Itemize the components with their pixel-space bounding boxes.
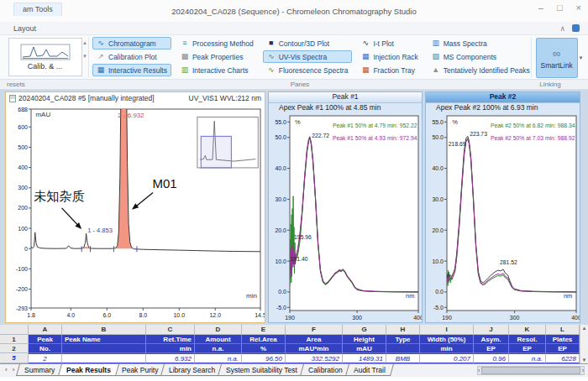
column-letter-c[interactable]: C [146, 325, 195, 335]
hscroll-right-icon[interactable]: › [582, 368, 584, 373]
table-vertical-scrollbar[interactable]: ▲ ▼ [580, 325, 588, 363]
table-header-cell[interactable]: Ret.Time [146, 335, 195, 344]
table-data-cell[interactable] [62, 353, 146, 363]
column-letter-l[interactable]: L [546, 325, 580, 335]
scroll-down-icon[interactable]: ▼ [582, 358, 587, 363]
column-letter-d[interactable]: D [195, 325, 242, 335]
chromatogram-panel[interactable]: 20240204_CA028 #5 [manually integrated] … [5, 91, 265, 323]
row-number-1[interactable]: 1 [0, 335, 29, 344]
table-header-cell[interactable]: Width (50%) [420, 335, 474, 344]
table-header-cell[interactable]: Peak [29, 335, 62, 344]
table-data-cell[interactable]: BMB [386, 353, 420, 363]
preset-scroll-down-icon[interactable]: ▼ [82, 54, 87, 59]
peak2-panel[interactable]: Peak #2 Apex Peak #2 100% at 6.93 min 55… [425, 91, 580, 323]
restore-button[interactable]: □ [557, 3, 563, 13]
table-header-cell[interactable]: Rel.Area [242, 335, 286, 344]
table-header-unit-cell[interactable] [386, 344, 420, 353]
table-header-unit-cell[interactable]: No. [29, 344, 62, 353]
sheet-tab-summary[interactable]: Summary [16, 364, 63, 376]
ribbon-item-tentatively-identified-peaks[interactable]: ▲Tentatively Identified Peaks [428, 64, 531, 76]
table-data-cell[interactable]: n.a. [509, 353, 546, 363]
ribbon-item-processing-method[interactable]: ≡Processing Method [176, 37, 258, 50]
tab-layout[interactable]: Layout [13, 24, 36, 33]
chromatogram-plot[interactable]: 6886005004003002001000-100-200-2931.84.0… [6, 104, 265, 321]
table-corner-cell[interactable] [0, 325, 29, 335]
ribbon-item-interactive-results[interactable]: ▦Interactive Results [92, 64, 171, 76]
close-button[interactable]: × [576, 3, 581, 13]
table-data-cell[interactable]: 0.96 [474, 353, 509, 363]
column-letter-k[interactable]: K [509, 325, 546, 335]
column-letter-j[interactable]: J [474, 325, 509, 335]
scroll-up-icon[interactable]: ▲ [582, 326, 587, 331]
sheet-tab-system-suitability-test[interactable]: System Suitability Test [218, 364, 306, 376]
collapse-ribbon-icon[interactable]: ∧ [559, 24, 565, 33]
peak1-spectrum-plot[interactable]: 55.050.040.030.020.010.00.0-5.0190300400… [269, 113, 422, 321]
ribbon-item-peak-properties[interactable]: ▩Peak Properties [176, 50, 258, 63]
column-letter-e[interactable]: E [242, 325, 286, 335]
hscroll-left-icon[interactable]: ‹ [478, 368, 480, 373]
peak1-panel-header[interactable]: Peak #1 [269, 92, 422, 103]
program-tools-tab[interactable]: am Tools [13, 3, 62, 16]
table-header-unit-cell[interactable]: n.a. [195, 344, 242, 353]
ribbon-item-interactive-charts[interactable]: ▥Interactive Charts [176, 64, 258, 76]
ribbon-item-contour-3d-plot[interactable]: ■Contour/3D Plot [263, 37, 353, 50]
table-data-cell[interactable]: 0.207 [420, 353, 474, 363]
ribbon-item-injection-rack[interactable]: ▦Injection Rack [357, 50, 422, 63]
minimize-button[interactable]: – [538, 3, 543, 13]
row-number-5[interactable]: 5 [0, 353, 29, 363]
table-header-unit-cell[interactable]: mAU*min [286, 344, 343, 353]
sheet-nav-left-icon[interactable]: ‹ [3, 364, 10, 375]
table-data-cell[interactable]: 1489.31 [343, 353, 386, 363]
smartlink-button[interactable]: ∞ SmartLink [536, 38, 578, 78]
table-header-unit-cell[interactable]: EP [474, 344, 509, 353]
table-horizontal-scrollbar[interactable]: ‹ › [477, 366, 585, 375]
ribbon-item-i-t-plot[interactable]: ∿I-t Plot [357, 37, 422, 50]
hscroll-thumb[interactable] [481, 367, 580, 374]
column-letter-f[interactable]: F [286, 325, 343, 335]
column-letter-g[interactable]: G [343, 325, 386, 335]
peak2-panel-header[interactable]: Peak #2 [426, 92, 580, 103]
ribbon-item-fluorescence-spectra[interactable]: ∿Fluorescence Spectra [263, 64, 353, 76]
table-header-cell[interactable]: Area [286, 335, 343, 344]
peak1-panel[interactable]: Peak #1 Apex Peak #1 100% at 4.85 min 55… [268, 91, 423, 323]
sheet-tab-peak-purity[interactable]: Peak Purity [113, 364, 166, 376]
column-letter-i[interactable]: I [420, 325, 474, 335]
table-data-cell[interactable]: 6228 [546, 353, 580, 363]
table-header-cell[interactable]: Plates [546, 335, 580, 344]
ribbon-item-ms-components[interactable]: ▧MS Components [428, 50, 531, 63]
row-number-2[interactable]: 2 [0, 344, 29, 353]
table-data-cell[interactable]: 2 [29, 353, 62, 363]
ribbon-item-uv-vis-spectra[interactable]: ∿UV-Vis Spectra [263, 50, 353, 63]
table-header-unit-cell[interactable]: EP [546, 344, 580, 353]
help-icon[interactable] [572, 24, 580, 32]
sheet-tab-calibration[interactable]: Calibration [300, 364, 351, 376]
sheet-tab-library-search[interactable]: Library Search [160, 364, 223, 376]
table-header-cell[interactable]: Type [386, 335, 420, 344]
sheet-tab-audit-trail[interactable]: Audit Trail [345, 364, 394, 376]
table-header-unit-cell[interactable]: mAU [343, 344, 386, 353]
table-header-cell[interactable]: Peak Name [62, 335, 146, 344]
ribbon-item-calibration-plot[interactable]: ↗Calibration Plot [92, 50, 171, 63]
table-header-cell[interactable]: Asym. [474, 335, 509, 344]
peak2-spectrum-plot[interactable]: 55.050.040.030.020.010.00.0-5.0190300400… [426, 113, 580, 321]
table-header-cell[interactable]: Resol. [509, 335, 546, 344]
table-data-cell[interactable]: 96.50 [242, 353, 286, 363]
calibration-preset-button[interactable]: Calib. & ... [8, 38, 82, 76]
preset-scroll-up-icon[interactable]: ▲ [82, 40, 87, 45]
ribbon-item-fraction-tray[interactable]: ▦Fraction Tray [357, 64, 422, 76]
column-letter-h[interactable]: H [386, 325, 420, 335]
table-header-unit-cell[interactable]: EP [509, 344, 546, 353]
table-header-unit-cell[interactable]: % [242, 344, 286, 353]
table-header-cell[interactable]: Amount [195, 335, 242, 344]
table-data-cell[interactable]: 332.5292 [286, 353, 343, 363]
table-header-cell[interactable]: Height [343, 335, 386, 344]
table-data-cell[interactable]: 6.932 [146, 353, 195, 363]
table-header-unit-cell[interactable]: min [146, 344, 195, 353]
smartlink-dropdown-icon[interactable]: ▾ [580, 55, 583, 61]
sheet-tab-peak-results[interactable]: Peak Results [58, 364, 119, 376]
table-data-cell[interactable]: n.a. [195, 353, 242, 363]
column-letter-a[interactable]: A [29, 325, 62, 335]
column-letter-b[interactable]: B [62, 325, 146, 335]
table-header-unit-cell[interactable] [62, 344, 146, 353]
table-header-unit-cell[interactable]: min [420, 344, 474, 353]
